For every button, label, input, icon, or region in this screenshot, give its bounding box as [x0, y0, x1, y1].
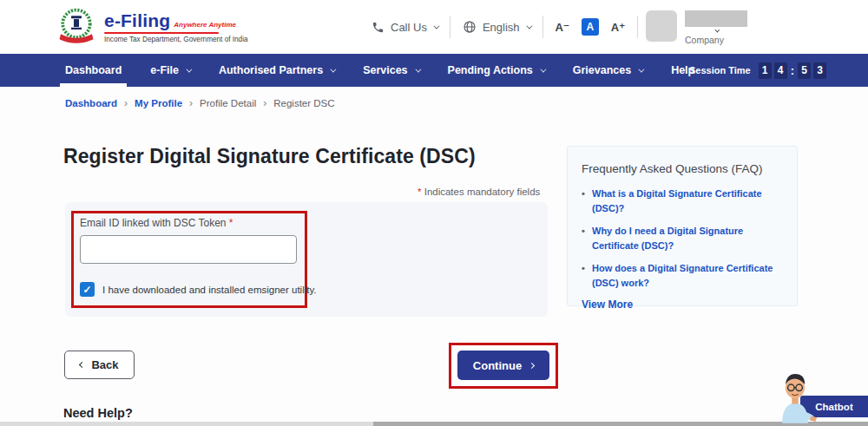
breadcrumb-item-dashboard[interactable]: Dashboard: [65, 98, 117, 108]
asterisk: *: [418, 187, 421, 197]
font-decrease-button[interactable]: A⁻: [556, 21, 569, 34]
logo-text: e-Filing Anywhere Anytime Income Tax Dep…: [104, 10, 248, 43]
faq-card: Frequently Asked Questions (FAQ) What is…: [567, 146, 798, 306]
avatar: [646, 10, 677, 42]
back-button[interactable]: Back: [64, 351, 135, 379]
breadcrumb-separator: ›: [124, 97, 128, 109]
efiling-logo[interactable]: e-Filing Anywhere Anytime Income Tax Dep…: [56, 6, 248, 48]
divider: [542, 16, 543, 38]
national-emblem-icon: [56, 6, 97, 48]
font-increase-button[interactable]: A⁺: [611, 21, 625, 34]
header: e-Filing Anywhere Anytime Income Tax Dep…: [0, 0, 868, 54]
continue-button-label: Continue: [473, 359, 522, 372]
user-meta: Company: [685, 10, 747, 45]
need-help-heading: Need Help?: [63, 406, 133, 420]
chevron-down-icon: [433, 23, 439, 29]
continue-button[interactable]: Continue: [457, 351, 549, 380]
session-digit: 5: [798, 62, 811, 79]
globe-icon: [463, 20, 477, 34]
mandatory-note: * Indicates mandatory fields: [418, 187, 540, 197]
chevron-down-icon: [415, 66, 421, 72]
nav-item-dashboard[interactable]: Dashboard: [65, 54, 122, 87]
mandatory-note-text: Indicates mandatory fields: [424, 187, 541, 197]
chatbot-avatar-icon[interactable]: [771, 370, 819, 424]
email-input[interactable]: [80, 235, 297, 264]
session-colon: :: [791, 64, 794, 77]
breadcrumb: Dashboard›My Profile›Profile Detail›Regi…: [65, 97, 335, 109]
nav-item-services[interactable]: Services: [363, 54, 418, 87]
dsc-form-card: Email ID linked with DSC Token * ✓ I hav…: [65, 202, 548, 317]
user-menu[interactable]: Company: [646, 10, 747, 45]
divider: [637, 16, 638, 38]
back-button-label: Back: [91, 358, 118, 371]
nav-item-grievances[interactable]: Grievances: [573, 54, 642, 87]
email-label-text: Email ID linked with DSC Token: [80, 217, 227, 229]
breadcrumb-separator: ›: [189, 97, 193, 109]
user-name-redacted: [685, 10, 747, 27]
nav-item-label: e-File: [150, 64, 179, 76]
chevron-down-icon: [186, 66, 192, 72]
page-title: Register Digital Signature Certificate (…: [63, 145, 476, 168]
check-icon: ✓: [82, 285, 91, 295]
session-timer: 14:53: [759, 62, 826, 79]
chevron-down-icon: [540, 66, 546, 72]
font-normal-button[interactable]: A: [582, 18, 599, 36]
chevron-down-icon: [715, 28, 720, 33]
nav-item-label: Services: [363, 64, 407, 76]
email-label: Email ID linked with DSC Token *: [80, 217, 233, 229]
nav-item-label: Grievances: [573, 64, 631, 76]
faq-item[interactable]: What is a Digital Signature Certificate …: [582, 187, 785, 215]
brand-subtitle: Income Tax Department, Government of Ind…: [104, 36, 248, 43]
chevron-down-icon: [526, 23, 532, 29]
nav-item-pending-actions[interactable]: Pending Actions: [448, 54, 544, 87]
efiling-portal-page: e-Filing Anywhere Anytime Income Tax Dep…: [0, 0, 868, 426]
breadcrumb-item-profile-detail: Profile Detail: [200, 98, 256, 108]
call-us-label: Call Us: [391, 21, 427, 34]
session-time-label: Session Time: [689, 65, 751, 75]
emsigner-checkbox[interactable]: ✓: [80, 282, 95, 297]
call-us-menu[interactable]: Call Us: [372, 21, 437, 34]
chevron-left-icon: [79, 362, 85, 368]
breadcrumb-separator: ›: [263, 97, 266, 109]
emsigner-checkbox-label: I have downloaded and installed emsigner…: [102, 285, 317, 295]
nav-item-label: Dashboard: [65, 64, 122, 76]
header-controls: Call Us English A⁻ A A⁺ ◑: [372, 0, 661, 54]
chevron-down-icon: [639, 66, 645, 72]
emsigner-check-row[interactable]: ✓ I have downloaded and installed emsign…: [80, 282, 317, 297]
view-more-link[interactable]: View More: [582, 298, 785, 311]
session-time: Session Time 14:53: [689, 54, 826, 87]
logo-underline: [104, 32, 219, 34]
faq-list: What is a Digital Signature Certificate …: [582, 187, 785, 290]
required-asterisk: *: [229, 217, 233, 229]
nav-item-label: Pending Actions: [448, 64, 533, 76]
brand-name: e-Filing: [104, 10, 170, 31]
nav-item-authorised-partners[interactable]: Authorised Partners: [219, 54, 334, 87]
session-digit: 4: [774, 62, 787, 79]
phone-icon: [372, 21, 385, 34]
nav-item-e-file[interactable]: e-File: [150, 54, 190, 87]
faq-title: Frequently Asked Questions (FAQ): [582, 162, 785, 175]
language-menu[interactable]: English: [463, 20, 530, 34]
breadcrumb-item-register-dsc: Register DSC: [273, 98, 334, 108]
chevron-down-icon: [331, 66, 337, 72]
divider: [450, 16, 450, 38]
faq-item[interactable]: Why do I need a Digital Signature Certif…: [582, 224, 785, 252]
language-label: English: [483, 21, 520, 34]
user-role: Company: [685, 35, 747, 45]
horizontal-scrollbar[interactable]: [0, 422, 868, 426]
breadcrumb-item-my-profile[interactable]: My Profile: [135, 98, 182, 108]
main-nav: Dashboarde-FileAuthorised PartnersServic…: [0, 54, 868, 87]
brand-tagline: Anywhere Anytime: [174, 21, 236, 29]
faq-item[interactable]: How does a Digital Signature Certificate…: [582, 261, 785, 290]
session-digit: 3: [813, 62, 826, 79]
session-digit: 1: [759, 62, 772, 79]
chevron-right-icon: [529, 362, 535, 368]
nav-item-label: Authorised Partners: [219, 64, 323, 76]
